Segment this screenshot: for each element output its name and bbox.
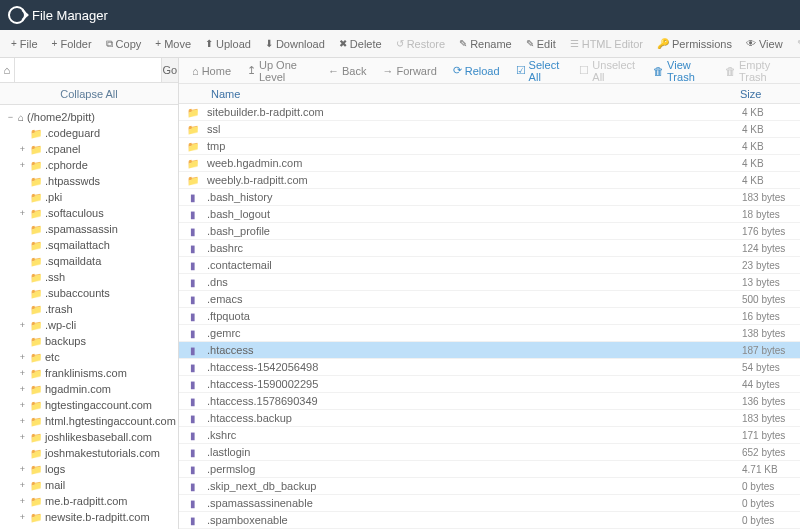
- file-row[interactable]: ▮.htaccess187 bytes: [179, 342, 800, 359]
- folder-icon: 📁: [30, 447, 42, 460]
- file-list: 📁sitebuilder.b-radpitt.com4 KB📁ssl4 KB📁t…: [179, 104, 800, 529]
- tree-node[interactable]: +📁newtest.b-radpitt.com: [2, 525, 176, 529]
- file-row[interactable]: ▮.htaccess.backup183 bytes: [179, 410, 800, 427]
- file-row[interactable]: ▮.bashrc124 bytes: [179, 240, 800, 257]
- file-row[interactable]: ▮.skip_next_db_backup0 bytes: [179, 478, 800, 495]
- file-row[interactable]: ▮.kshrc171 bytes: [179, 427, 800, 444]
- file-row[interactable]: ▮.spamassassinenable0 bytes: [179, 495, 800, 512]
- tree-node[interactable]: +📁logs: [2, 461, 176, 477]
- folder-icon: 📁: [30, 207, 42, 220]
- file-icon: ▮: [179, 362, 207, 373]
- file-icon: ▮: [179, 464, 207, 475]
- file-row[interactable]: ▮.contactemail23 bytes: [179, 257, 800, 274]
- tree-node[interactable]: +📁newsite.b-radpitt.com: [2, 509, 176, 525]
- tree-node[interactable]: +📁.softaculous: [2, 205, 176, 221]
- file-row[interactable]: ▮.emacs500 bytes: [179, 291, 800, 308]
- tree-node[interactable]: 📁.subaccounts: [2, 285, 176, 301]
- tree-node[interactable]: 📁.codeguard: [2, 125, 176, 141]
- folder-icon: 📁: [30, 287, 42, 300]
- view-button[interactable]: 👁View: [739, 30, 790, 57]
- tree-node[interactable]: +📁hgtestingaccount.com: [2, 397, 176, 413]
- go-button[interactable]: Go: [161, 58, 178, 82]
- file-name: .htaccess-1590002295: [207, 378, 742, 390]
- file-row[interactable]: 📁tmp4 KB: [179, 138, 800, 155]
- tree-node[interactable]: 📁.trash: [2, 301, 176, 317]
- file-row[interactable]: ▮.htaccess.1578690349136 bytes: [179, 393, 800, 410]
- copy-button[interactable]: ⧉Copy: [99, 30, 149, 57]
- rename-button[interactable]: ✎Rename: [452, 30, 519, 57]
- file-row[interactable]: ▮.dns13 bytes: [179, 274, 800, 291]
- file-row[interactable]: ▮.ftpquota16 bytes: [179, 308, 800, 325]
- back-button[interactable]: ←Back: [321, 58, 373, 83]
- folder-icon: 📁: [179, 158, 207, 169]
- column-size[interactable]: Size: [740, 88, 800, 100]
- file-icon: ▮: [179, 481, 207, 492]
- unselect-all-button[interactable]: ☐Unselect All: [572, 58, 644, 83]
- tree-node[interactable]: +📁joshlikesbaseball.com: [2, 429, 176, 445]
- view-trash-button[interactable]: 🗑View Trash: [646, 58, 716, 83]
- path-input[interactable]: [15, 58, 161, 82]
- tree-node[interactable]: +📁.wp-cli: [2, 317, 176, 333]
- tree-node[interactable]: 📁joshmakestutorials.com: [2, 445, 176, 461]
- download-button[interactable]: ⬇Download: [258, 30, 332, 57]
- plus-icon: +: [11, 38, 17, 49]
- file-size: 136 bytes: [742, 396, 800, 407]
- upload-button[interactable]: ⬆Upload: [198, 30, 258, 57]
- column-name[interactable]: Name: [179, 88, 740, 100]
- extract-button[interactable]: ✎Extract: [790, 30, 800, 57]
- select-all-button[interactable]: ☑Select All: [509, 58, 571, 83]
- tree-node[interactable]: +📁.cphorde: [2, 157, 176, 173]
- edit-button[interactable]: ✎Edit: [519, 30, 563, 57]
- tree-node-label: logs: [45, 463, 65, 476]
- nav-home-button[interactable]: ⌂Home: [185, 58, 238, 83]
- tree-node[interactable]: 📁backups: [2, 333, 176, 349]
- tree-root[interactable]: − ⌂ (/home2/bpitt): [2, 109, 176, 125]
- tree-node[interactable]: +📁me.b-radpitt.com: [2, 493, 176, 509]
- up-one-level-button[interactable]: ↥Up One Level: [240, 58, 319, 83]
- restore-button[interactable]: ↺Restore: [389, 30, 453, 57]
- tree-node[interactable]: +📁mail: [2, 477, 176, 493]
- tree-node[interactable]: 📁.htpasswds: [2, 173, 176, 189]
- html-editor-button[interactable]: ☰HTML Editor: [563, 30, 650, 57]
- plus-icon: +: [18, 511, 27, 524]
- tree-node[interactable]: 📁.spamassassin: [2, 221, 176, 237]
- move-button[interactable]: +Move: [148, 30, 198, 57]
- empty-trash-button[interactable]: 🗑Empty Trash: [718, 58, 794, 83]
- delete-button[interactable]: ✖Delete: [332, 30, 389, 57]
- file-row[interactable]: ▮.bash_history183 bytes: [179, 189, 800, 206]
- folder-button[interactable]: +Folder: [45, 30, 99, 57]
- column-headers: Name Size: [179, 84, 800, 104]
- file-size: 652 bytes: [742, 447, 800, 458]
- file-row[interactable]: ▮.spamboxenable0 bytes: [179, 512, 800, 529]
- file-button[interactable]: +File: [4, 30, 45, 57]
- file-row[interactable]: 📁ssl4 KB: [179, 121, 800, 138]
- file-row[interactable]: 📁weebly.b-radpitt.com4 KB: [179, 172, 800, 189]
- folder-icon: 📁: [30, 143, 42, 156]
- rename-icon: ✎: [459, 38, 467, 49]
- file-row[interactable]: ▮.lastlogin652 bytes: [179, 444, 800, 461]
- file-row[interactable]: ▮.htaccess-154205649854 bytes: [179, 359, 800, 376]
- collapse-all-button[interactable]: Collapse All: [0, 83, 178, 105]
- file-row[interactable]: 📁sitebuilder.b-radpitt.com4 KB: [179, 104, 800, 121]
- tree-node[interactable]: 📁.sqmailattach: [2, 237, 176, 253]
- file-size: 124 bytes: [742, 243, 800, 254]
- tree-node[interactable]: +📁etc: [2, 349, 176, 365]
- home-button[interactable]: ⌂: [0, 58, 15, 82]
- file-row[interactable]: ▮.bash_profile176 bytes: [179, 223, 800, 240]
- forward-button[interactable]: →Forward: [375, 58, 443, 83]
- folder-icon: 📁: [30, 383, 42, 396]
- permissions-button[interactable]: 🔑Permissions: [650, 30, 739, 57]
- tree-node[interactable]: 📁.ssh: [2, 269, 176, 285]
- reload-button[interactable]: ⟳Reload: [446, 58, 507, 83]
- file-row[interactable]: ▮.bash_logout18 bytes: [179, 206, 800, 223]
- tree-node[interactable]: 📁.sqmaildata: [2, 253, 176, 269]
- tree-node[interactable]: 📁.pki: [2, 189, 176, 205]
- tree-node[interactable]: +📁.cpanel: [2, 141, 176, 157]
- tree-node[interactable]: +📁html.hgtestingaccount.com: [2, 413, 176, 429]
- file-row[interactable]: ▮.gemrc138 bytes: [179, 325, 800, 342]
- file-row[interactable]: 📁weeb.hgadmin.com4 KB: [179, 155, 800, 172]
- file-row[interactable]: ▮.htaccess-159000229544 bytes: [179, 376, 800, 393]
- tree-node[interactable]: +📁franklinisms.com: [2, 365, 176, 381]
- tree-node[interactable]: +📁hgadmin.com: [2, 381, 176, 397]
- file-row[interactable]: ▮.permslog4.71 KB: [179, 461, 800, 478]
